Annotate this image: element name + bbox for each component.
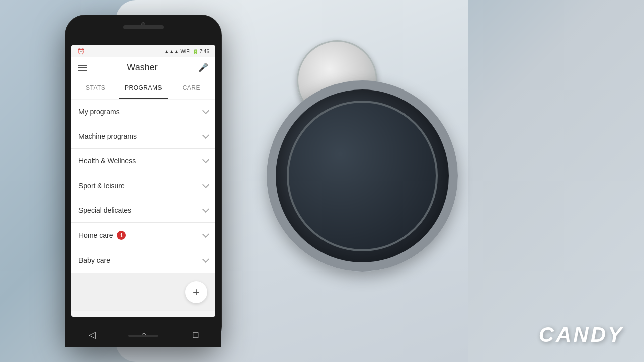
program-label: Home care 1 <box>78 231 126 240</box>
tab-programs[interactable]: PROGRAMS <box>119 78 167 99</box>
candy-logo: CANDY <box>539 323 624 347</box>
back-button[interactable]: ◁ <box>89 329 96 340</box>
program-label: Baby care <box>78 256 110 264</box>
status-bar: ⏰ ▲▲▲ WiFi 🔋 7:46 <box>71 45 215 57</box>
status-icons: ▲▲▲ WiFi 🔋 7:46 <box>164 49 209 54</box>
list-item[interactable]: Sport & leisure <box>71 173 215 198</box>
program-label: Special delicates <box>78 206 131 214</box>
recent-apps-button[interactable]: □ <box>193 330 198 340</box>
wifi-icon: WiFi <box>181 49 191 54</box>
add-program-button[interactable]: + <box>185 281 207 303</box>
chevron-down-icon <box>202 231 209 238</box>
program-label: Sport & leisure <box>78 182 125 190</box>
programs-list: My programs Machine programs Health & We… <box>71 100 215 311</box>
list-item[interactable]: Baby care <box>71 248 215 273</box>
phone-body: ⏰ ▲▲▲ WiFi 🔋 7:46 Washer 🎤 <box>65 15 221 347</box>
chevron-down-icon <box>202 107 209 114</box>
program-label: My programs <box>78 108 120 116</box>
list-item-home-care[interactable]: Home care 1 <box>71 223 215 248</box>
list-item[interactable]: Health & Wellness <box>71 149 215 173</box>
chevron-down-icon <box>202 156 209 163</box>
hamburger-line-3 <box>78 70 87 71</box>
battery-icon: 🔋 <box>192 49 198 54</box>
program-label: Health & Wellness <box>78 157 136 165</box>
list-item[interactable]: My programs <box>71 100 215 124</box>
phone-speaker <box>123 25 164 29</box>
tab-care[interactable]: CARE <box>168 78 215 99</box>
app-title: Washer <box>127 62 157 73</box>
machine-drum <box>267 80 458 272</box>
machine-drum-inner <box>287 101 438 251</box>
chevron-down-icon <box>202 206 209 213</box>
chevron-down-icon <box>202 132 209 139</box>
time-display: 7:46 <box>200 49 209 54</box>
status-alarm-icon: ⏰ <box>77 48 85 55</box>
phone: ⏰ ▲▲▲ WiFi 🔋 7:46 Washer 🎤 <box>65 15 221 347</box>
tab-bar: STATS PROGRAMS CARE <box>71 78 215 99</box>
chevron-down-icon <box>202 181 209 188</box>
phone-bottom-bar <box>128 335 158 337</box>
tab-stats[interactable]: STATS <box>71 78 119 99</box>
list-item[interactable]: Machine programs <box>71 124 215 149</box>
signal-icon: ▲▲▲ <box>164 49 179 54</box>
hamburger-line-1 <box>78 65 87 66</box>
mic-icon[interactable]: 🎤 <box>198 63 208 72</box>
phone-screen: ⏰ ▲▲▲ WiFi 🔋 7:46 Washer 🎤 <box>71 45 215 317</box>
app-header: Washer 🎤 <box>71 57 215 78</box>
add-button-container: + <box>71 273 215 311</box>
chevron-down-icon <box>202 256 209 263</box>
menu-button[interactable] <box>78 65 87 71</box>
program-label: Machine programs <box>78 132 137 140</box>
list-item[interactable]: Special delicates <box>71 198 215 223</box>
notification-badge: 1 <box>117 231 126 240</box>
hamburger-line-2 <box>78 67 87 68</box>
